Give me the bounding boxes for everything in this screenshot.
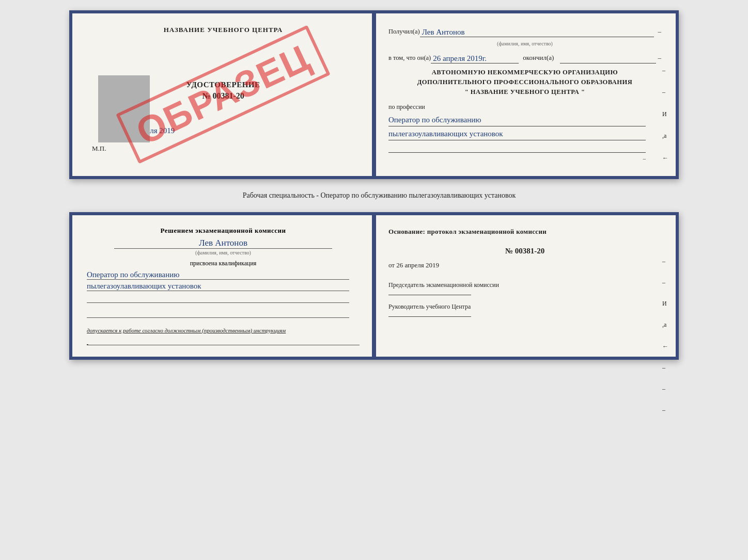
proto-date: от 26 апреля 2019 [388, 260, 661, 271]
fio-sub-bottom: (фамилия, имя, отчество) [87, 250, 360, 255]
working-specialty-label: Рабочая специальность - Оператор по обсл… [232, 191, 516, 200]
mp-line: М.П. [92, 145, 360, 153]
dopuskaetsa-block: допускается к работе согласно должностны… [87, 327, 360, 345]
rukovoditel-sig-line [388, 316, 471, 317]
dopuskaetsa-blank [87, 339, 360, 345]
cert-left-page: НАЗВАНИЕ УЧЕБНОГО ЦЕНТРА УДОСТОВЕРЕНИЕ №… [72, 13, 374, 176]
vtom-date: 26 апреля 2019г. [431, 54, 519, 63]
document-container: НАЗВАНИЕ УЧЕБНОГО ЦЕНТРА УДОСТОВЕРЕНИЕ №… [64, 10, 684, 360]
osnovanie-label: Основание: протокол экзаменационной коми… [388, 227, 661, 237]
profession-block: по профессии Оператор по обслуживанию пы… [388, 102, 661, 153]
right-dash-1: – [658, 52, 662, 63]
kvalif-line1: Оператор по обслуживанию [87, 270, 349, 280]
received-line: Получил(а) Лев Антонов – [388, 26, 661, 37]
rukovoditel-label: Руководитель учебного Центра [388, 302, 661, 311]
predsedatel-block: Председатель экзаменационной комиссии [388, 281, 661, 295]
predsedatel-label: Председатель экзаменационной комиссии [388, 281, 661, 290]
dopuskaetsa-label: допускается к [87, 327, 121, 333]
bottom-right-content: Основание: протокол экзаменационной коми… [388, 227, 661, 317]
cert-right-page: Получил(а) Лев Антонов – (фамилия, имя, … [374, 13, 676, 176]
bottom-certificate-book: Решением экзаменационной комиссии Лев Ан… [69, 212, 679, 360]
bottom-left-page: Решением экзаменационной комиссии Лев Ан… [72, 215, 374, 357]
rukovoditel-block: Руководитель учебного Центра [388, 302, 661, 317]
photo-placeholder [98, 75, 150, 142]
dopuskaetsa-work: работе согласно должностным (производств… [123, 327, 286, 333]
komissia-header: Решением экзаменационной комиссии [87, 227, 360, 235]
org-line2: ДОПОЛНИТЕЛЬНОГО ПРОФЕССИОНАЛЬНОГО ОБРАЗО… [388, 77, 661, 87]
predsedatel-sig-line [388, 295, 471, 295]
received-label: Получил(а) [388, 26, 420, 37]
vtom-label: в том, что он(а) [388, 53, 431, 63]
kvalif-blank [87, 293, 349, 303]
school-name-banner: НАЗВАНИЕ УЧЕБНОГО ЦЕНТРА [87, 26, 360, 34]
profession-dash-right: – [643, 154, 646, 164]
bottom-right-dashes: – – И ,а ← – – – [662, 257, 668, 415]
kvalif-block: Оператор по обслуживанию пылегазоулавлив… [87, 270, 360, 318]
right-dashes: – – И ,а ← – – – [662, 65, 668, 176]
profession-blank-line [388, 141, 646, 153]
proto-date-label: от [388, 261, 395, 269]
kvalif-blank2 [87, 308, 349, 318]
okoncil-label: окончил(а) [523, 52, 554, 63]
org-line3: " НАЗВАНИЕ УЧЕБНОГО ЦЕНТРА " [388, 87, 661, 97]
org-block: АВТОНОМНУЮ НЕКОММЕРЧЕСКУЮ ОРГАНИЗАЦИЮ ДО… [388, 68, 661, 97]
komissia-name: Лев Антонов [114, 238, 332, 249]
profession-line2: пылегазоулавливающих установок [388, 127, 646, 140]
proto-number: № 00381-20 [388, 245, 661, 257]
dopuskaetsa-rest: работе согласно должностным (производств… [123, 327, 286, 333]
dash-after-name: – [658, 26, 662, 37]
profession-line1: Оператор по обслуживанию [388, 114, 646, 126]
received-name: Лев Антонов [420, 27, 654, 37]
vtom-line: в том, что он(а) 26 апреля 2019г. окончи… [388, 52, 661, 63]
prisvoena-label: присвоена квалификация [87, 260, 360, 267]
org-line1: АВТОНОМНУЮ НЕКОММЕРЧЕСКУЮ ОРГАНИЗАЦИЮ [388, 68, 661, 77]
top-certificate-book: НАЗВАНИЕ УЧЕБНОГО ЦЕНТРА УДОСТОВЕРЕНИЕ №… [69, 10, 679, 179]
dash-after-okoncil [560, 63, 656, 63]
fio-sub-top: (фамилия, имя, отчество) [388, 39, 661, 48]
proto-date-value: 26 апреля 2019 [396, 261, 439, 269]
profession-label: по профессии [388, 102, 646, 112]
bottom-right-page: Основание: протокол экзаменационной коми… [374, 215, 676, 357]
kvalif-line2: пылегазоулавливающих установок [87, 282, 349, 291]
